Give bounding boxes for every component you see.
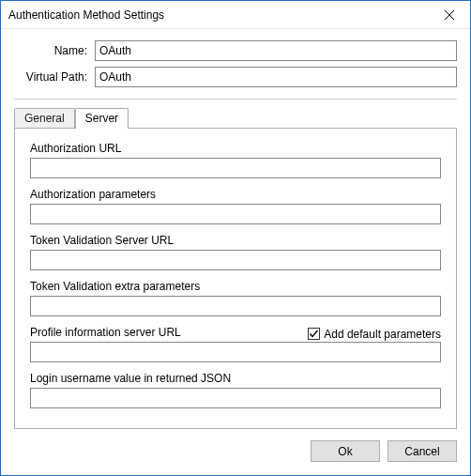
name-label: Name:: [14, 44, 89, 57]
checkbox-box: [308, 328, 320, 340]
content-area: Name: Virtual Path: General Server Autho…: [1, 29, 470, 429]
add-default-parameters-checkbox[interactable]: Add default parameters: [308, 328, 441, 341]
name-input[interactable]: [95, 40, 457, 61]
virtual-path-input[interactable]: [95, 67, 457, 87]
add-default-parameters-label: Add default parameters: [324, 328, 441, 341]
token-validation-url-input[interactable]: [30, 250, 441, 270]
cancel-button[interactable]: Cancel: [387, 440, 457, 462]
authorization-parameters-input[interactable]: [30, 204, 441, 224]
field-token-validation-params: Token Validation extra parameters: [30, 280, 441, 316]
window: Authentication Method Settings Name: Vir…: [0, 0, 471, 476]
tab-panel-server: Authorization URL Authorization paramete…: [14, 128, 457, 429]
window-title: Authentication Method Settings: [1, 8, 428, 22]
ok-button[interactable]: Ok: [311, 440, 380, 462]
authorization-parameters-label: Authorization parameters: [30, 188, 441, 201]
profile-url-label: Profile information server URL: [30, 326, 181, 339]
field-authorization-url: Authorization URL: [30, 142, 441, 178]
field-authorization-parameters: Authorization parameters: [30, 188, 441, 224]
login-json-label: Login username value in returned JSON: [30, 372, 441, 385]
field-profile-url: Profile information server URL Add defau…: [30, 326, 441, 362]
tab-general[interactable]: General: [14, 108, 75, 128]
login-json-input[interactable]: [30, 388, 441, 408]
titlebar: Authentication Method Settings: [1, 1, 470, 29]
tab-server[interactable]: Server: [75, 108, 129, 129]
token-validation-params-label: Token Validation extra parameters: [30, 280, 441, 293]
authorization-url-input[interactable]: [30, 158, 441, 178]
tabs: General Server Authorization URL Authori…: [14, 107, 457, 429]
tab-row: General Server: [14, 107, 457, 128]
check-icon: [309, 329, 319, 339]
close-button[interactable]: [428, 1, 470, 29]
divider: [14, 99, 457, 100]
footer: Ok Cancel: [1, 429, 470, 475]
top-form: Name: Virtual Path:: [14, 40, 457, 87]
authorization-url-label: Authorization URL: [30, 142, 441, 155]
virtual-path-label: Virtual Path:: [14, 70, 89, 84]
field-token-validation-url: Token Validation Server URL: [30, 234, 441, 270]
close-icon: [445, 10, 454, 20]
profile-url-input[interactable]: [30, 342, 441, 362]
token-validation-params-input[interactable]: [30, 296, 441, 316]
field-login-json: Login username value in returned JSON: [30, 372, 441, 408]
token-validation-url-label: Token Validation Server URL: [30, 234, 441, 247]
